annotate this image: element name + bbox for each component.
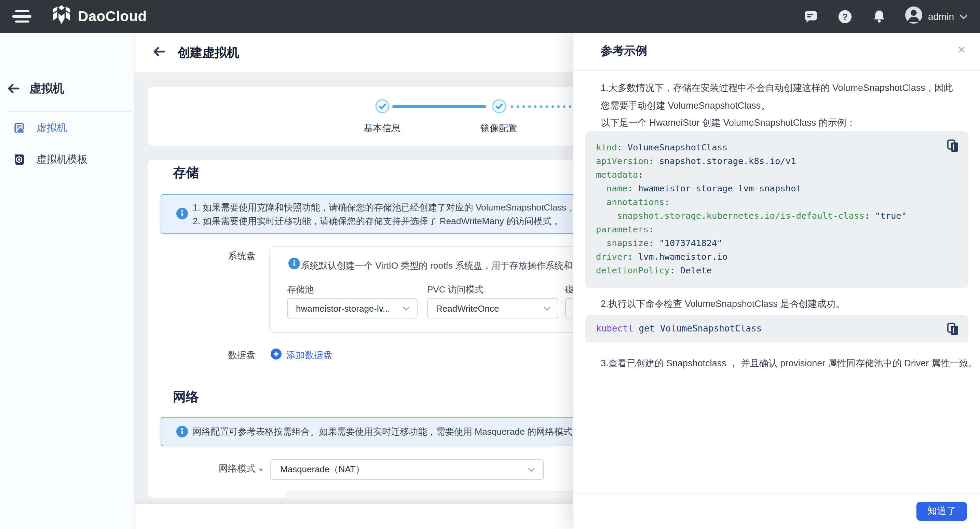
network-alert-line: 网络配置可参考表格按需组合。如果需要使用实时迁移功能，需要使用 Masquera… — [193, 425, 581, 438]
storage-pool-select[interactable]: hwameistor-storage-lv... — [287, 298, 418, 319]
sidebar-divider — [7, 112, 132, 112]
network-section-heading: 网络 — [173, 388, 199, 406]
info-icon — [176, 208, 188, 222]
storage-alert-line-2: 2. 如果需要使用实时迁移功能，请确保您的存储支持并选择了 ReadWriteM… — [193, 214, 563, 228]
sidebar-item-vm-template-label: 虚拟机模板 — [36, 153, 88, 166]
info-icon — [176, 426, 188, 440]
svg-text:?: ? — [843, 12, 848, 21]
sidebar-title: 虚拟机 — [29, 80, 64, 96]
required-asterisk: * — [259, 465, 263, 476]
vm-template-icon — [14, 153, 25, 165]
page-title: 创建虚拟机 — [178, 45, 239, 61]
vm-doc-cloud-icon — [14, 122, 25, 134]
sidebar-title-row: 虚拟机 — [0, 75, 134, 101]
user-menu[interactable]: admin — [905, 6, 968, 27]
kubectl-code-block: kubectl get VolumeSnapshotClass — [585, 315, 968, 343]
app-root: DaoCloud ? — [0, 0, 980, 529]
notification-bell-icon[interactable] — [871, 8, 888, 25]
drawer-paragraph-1: 1.大多数情况下，存储在安装过程中不会自动创建这样的 VolumeSnapsho… — [601, 79, 959, 114]
step-1-label: 基本信息 — [348, 122, 416, 135]
storage-section-heading: 存储 — [173, 164, 199, 182]
add-data-disk-label: 添加数据盘 — [286, 349, 332, 362]
drawer-paragraph-2: 以下是一个 HwameiStor 创建 VolumeSnapshotClass … — [601, 114, 856, 132]
system-disk-info-text: 系统默认创建一个 VirtIO 类型的 rootfs 系统盘，用于存放操作系统和 — [301, 260, 572, 272]
drawer-paragraph-4: 3.查看已创建的 Snapshotclass ， 并且确认 provisione… — [601, 355, 978, 372]
step-2-label: 镜像配置 — [465, 122, 533, 135]
chevron-down-icon — [402, 306, 410, 311]
drawer-header-divider — [573, 70, 980, 71]
drawer-footer-divider — [573, 493, 980, 494]
sidebar-item-vm-template[interactable]: 虚拟机模板 — [0, 146, 134, 173]
plus-circle-icon — [270, 349, 282, 362]
reference-example-drawer: 参考示例 ✕ 1.大多数情况下，存储在安装过程中不会自动创建这样的 Volume… — [573, 33, 980, 529]
step-1-check-icon[interactable] — [375, 99, 390, 113]
close-icon[interactable]: ✕ — [953, 42, 970, 58]
chevron-down-icon — [959, 10, 968, 22]
yaml-code-block: kind: VolumeSnapshotClass apiVersion: sn… — [585, 131, 968, 288]
topbar-actions: ? admin — [802, 6, 980, 27]
step-2-check-icon[interactable] — [492, 99, 506, 113]
pvc-access-mode-select[interactable]: ReadWriteOnce — [427, 298, 558, 319]
storage-pool-label: 存储池 — [287, 284, 314, 296]
sidebar: 虚拟机 虚拟机 虚拟机模板 — [0, 33, 135, 529]
chevron-down-icon — [528, 467, 535, 472]
confirm-button[interactable]: 知道了 — [916, 502, 967, 521]
user-name: admin — [928, 11, 954, 22]
help-icon[interactable]: ? — [837, 8, 854, 25]
message-icon[interactable] — [802, 8, 820, 25]
page-back-arrow-icon[interactable] — [153, 46, 165, 59]
drawer-paragraph-3: 2.执行以下命令检查 VolumeSnapshotClass 是否创建成功。 — [601, 295, 845, 313]
copy-icon[interactable] — [947, 323, 959, 338]
network-mode-select[interactable]: Masquerade（NAT） — [270, 459, 544, 480]
stepper-connector-solid — [392, 105, 486, 108]
daocloud-logo-icon — [51, 5, 72, 28]
network-mode-label: 网络模式 — [216, 462, 256, 476]
add-data-disk-button[interactable]: 添加数据盘 — [270, 349, 332, 362]
brand-logo[interactable]: DaoCloud — [51, 5, 147, 28]
brand-name: DaoCloud — [78, 8, 147, 25]
copy-icon[interactable] — [947, 139, 959, 155]
sidebar-back-arrow-icon[interactable] — [7, 83, 20, 93]
top-bar: DaoCloud ? — [0, 0, 980, 33]
avatar — [905, 6, 923, 27]
drawer-title: 参考示例 — [601, 43, 647, 59]
sidebar-item-vm-label: 虚拟机 — [36, 121, 67, 134]
chevron-down-icon — [543, 306, 551, 311]
data-disk-label: 数据盘 — [216, 349, 256, 362]
storage-alert-line-1: 1. 如果需要使用克隆和快照功能，请确保您的存储池已经创建了对应的 Volume… — [193, 201, 611, 214]
pvc-access-mode-label: PVC 访问模式 — [427, 284, 484, 296]
hamburger-menu-icon[interactable] — [11, 8, 33, 25]
info-icon — [288, 258, 300, 272]
system-disk-label: 系统盘 — [216, 249, 256, 263]
sidebar-item-vm[interactable]: 虚拟机 — [0, 114, 134, 142]
